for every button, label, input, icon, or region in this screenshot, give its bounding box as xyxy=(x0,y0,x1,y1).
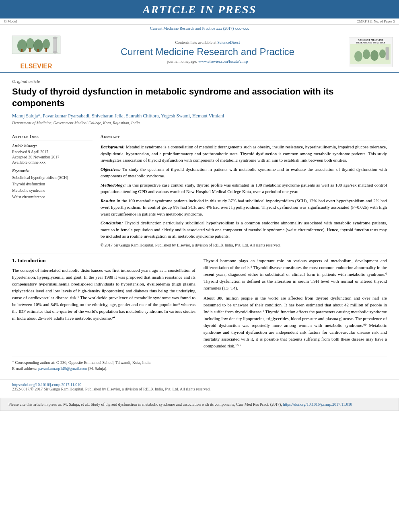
keyword-1: Subclinical hypothyroidism (SCH) xyxy=(12,175,93,181)
email-after: (M. Saluja). xyxy=(88,366,107,371)
journal-ref-text: Current Medicine Research and Practice x… xyxy=(150,26,249,31)
abstract-results: Results: In the 100 metabolic syndrome p… xyxy=(101,197,387,218)
abstract-header: Abstract xyxy=(101,134,387,140)
body-left-column: 1. Introduction The concept of interrela… xyxy=(12,257,195,353)
keywords-label: Keywords: xyxy=(12,168,93,173)
email-label: E-mail address: xyxy=(12,366,37,371)
keyword-2: Thyroid dysfunction xyxy=(12,181,93,187)
accepted-date: Accepted 30 November 2017 xyxy=(12,155,93,159)
svg-rect-8 xyxy=(45,48,47,52)
svg-point-2 xyxy=(26,38,34,49)
article-info-column: Article Info Article history: Received 9… xyxy=(12,134,93,247)
svg-point-4 xyxy=(43,39,50,49)
abstract-methodology: Methodology: In this prospective case co… xyxy=(101,182,387,195)
svg-rect-9 xyxy=(53,38,57,52)
authors-list: Manoj Saluja*, Pavankumar Pyarsabadi, Sh… xyxy=(12,113,387,119)
homepage-url[interactable]: www.elsevier.com/locate/cmrp xyxy=(198,59,248,64)
methodology-text: In this prospective case control study, … xyxy=(101,183,387,194)
methodology-label: Methodology: xyxy=(101,183,126,187)
keyword-3: Metabolic syndrome xyxy=(12,187,93,194)
intro-para-2: Thyroid hormone plays an important role … xyxy=(204,257,387,292)
svg-point-15 xyxy=(370,50,378,61)
svg-rect-6 xyxy=(29,48,31,52)
contents-available-line: Contents lists available at ScienceDirec… xyxy=(72,40,343,45)
doi-line[interactable]: https://doi.org/10.1016/j.cmrp.2017.11.0… xyxy=(12,382,387,387)
abstract-objectives: Objectives: To study the spectrum of thy… xyxy=(101,166,387,179)
thumb-art xyxy=(350,44,391,64)
keyword-4: Waist circumference xyxy=(12,194,93,200)
keywords-section: Keywords: Subclinical hypothyroidism (SC… xyxy=(12,168,93,200)
svg-point-16 xyxy=(379,49,386,58)
g-model-left: G Model xyxy=(4,19,17,23)
body-right-column: Thyroid hormone plays an important role … xyxy=(204,257,387,353)
elsevier-logo-container xyxy=(10,34,62,62)
svg-point-13 xyxy=(354,51,362,62)
conclusion-text: Thyroid dysfunction particularly subclin… xyxy=(101,220,387,238)
article-in-press-banner: ARTICLE IN PRESS xyxy=(0,0,399,18)
thumb-title-text: CURRENT MEDICINERESEARCH & PRACTICE xyxy=(350,39,391,44)
intro-heading: 1. Introduction xyxy=(12,257,195,264)
background-text: Metabolic syndrome is a constellation of… xyxy=(101,144,387,162)
info-abstract-section: Article Info Article history: Received 9… xyxy=(12,130,387,247)
sciencedirect-link[interactable]: ScienceDirect xyxy=(217,40,240,45)
article-info-header: Article Info xyxy=(12,134,93,140)
homepage-label: journal homepage: xyxy=(167,59,197,64)
journal-cover-thumb: CURRENT MEDICINERESEARCH & PRACTICE xyxy=(349,37,393,67)
email-footnote: E-mail address: pavankumarp145@gmail.com… xyxy=(12,366,387,372)
citation-text: Please cite this article in press as: M.… xyxy=(8,402,282,407)
contents-text: Contents lists available at xyxy=(175,40,216,45)
svg-point-11 xyxy=(53,51,58,53)
footnote-section: * Corresponding author at: C-236, Opposi… xyxy=(12,357,387,372)
svg-rect-5 xyxy=(21,49,23,52)
article-title: Study of thyroid dysfunction in metaboli… xyxy=(12,86,387,109)
intro-para-3: About 300 million people in the world ar… xyxy=(204,295,387,349)
body-content: 1. Introduction The concept of interrela… xyxy=(12,257,387,353)
results-text: In the 100 metabolic syndrome patients i… xyxy=(101,198,387,216)
copyright-line: © 2017 Sir Ganga Ram Hospital. Published… xyxy=(101,243,387,247)
email-link[interactable]: pavankumarp145@gmail.com xyxy=(38,366,87,371)
objectives-label: Objectives: xyxy=(101,167,121,172)
results-label: Results: xyxy=(101,198,115,203)
abstract-column: Abstract Background: Metabolic syndrome … xyxy=(101,134,387,247)
citation-box: Please cite this article in press as: M.… xyxy=(0,398,399,411)
background-label: Background: xyxy=(101,144,125,149)
article-type-label: Original article xyxy=(12,77,387,84)
available-online: Available online xxx xyxy=(12,160,93,164)
article-content: Original article Study of thyroid dysfun… xyxy=(0,73,399,376)
objectives-text: To study the spectrum of thyroid dysfunc… xyxy=(101,167,387,179)
journal-header-center: Contents lists available at ScienceDirec… xyxy=(68,40,347,64)
svg-rect-7 xyxy=(37,49,39,52)
affiliation-text: Department of Medicine, Government Medic… xyxy=(12,121,387,125)
article-footer: https://doi.org/10.1016/j.cmrp.2017.11.0… xyxy=(0,380,399,394)
conclusion-label: Conclusion: xyxy=(101,220,123,225)
abstract-background: Background: Metabolic syndrome is a cons… xyxy=(101,144,387,164)
journal-header: ELSEVIER Contents lists available at Sci… xyxy=(0,31,399,73)
svg-rect-17 xyxy=(386,47,389,60)
journal-title: Current Medicine Research and Practice xyxy=(72,46,343,58)
journal-homepage-line: journal homepage: www.elsevier.com/locat… xyxy=(72,59,343,64)
elsevier-wordmark: ELSEVIER xyxy=(20,63,52,70)
svg-point-14 xyxy=(363,49,370,59)
journal-reference-line: Current Medicine Research and Practice x… xyxy=(0,25,399,31)
svg-point-10 xyxy=(53,37,58,39)
elsevier-tree-icon xyxy=(10,34,62,56)
journal-thumbnail: CURRENT MEDICINERESEARCH & PRACTICE xyxy=(347,37,395,67)
received-date: Received 9 April 2017 xyxy=(12,150,93,154)
issn-line: 2352-0817/© 2017 Sir Ganga Ram Hospital.… xyxy=(12,387,387,391)
g-model-line: G Model CMRP 311 No. of Pages 5 xyxy=(0,18,399,25)
g-model-right: CMRP 311 No. of Pages 5 xyxy=(357,19,395,23)
history-label: Article history: xyxy=(12,144,93,148)
citation-link[interactable]: https://doi.org/10.1016/j.cmrp.2017.11.0… xyxy=(283,402,352,407)
corresponding-author: * Corresponding author at: C-236, Opposi… xyxy=(12,359,387,366)
intro-para-1: The concept of interrelated metabolic di… xyxy=(12,267,195,322)
section-divider xyxy=(12,253,387,253)
journal-header-logo: ELSEVIER xyxy=(4,34,68,70)
abstract-conclusion: Conclusion: Thyroid dysfunction particul… xyxy=(101,220,387,240)
